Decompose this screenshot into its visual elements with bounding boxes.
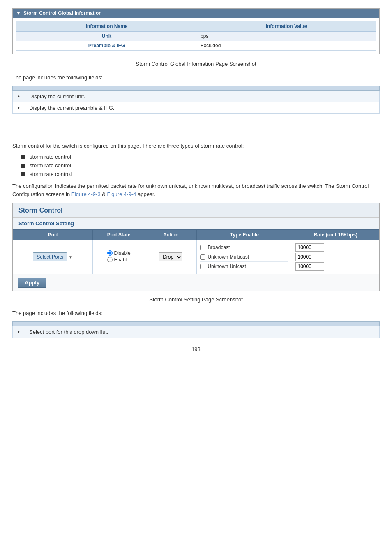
bullet-square-icon: [21, 164, 25, 168]
enable-radio-item[interactable]: Enable: [107, 257, 131, 263]
apply-button[interactable]: Apply: [18, 278, 46, 288]
storm-control-box: Storm Control Storm Control Setting Port…: [12, 203, 380, 291]
list-item: •Display the current unit.: [13, 90, 380, 102]
bullet-square-icon: [21, 172, 25, 176]
storm-col-header: Rate (unit:16Kbps): [292, 230, 379, 240]
bullet-item: storm rate control: [21, 154, 380, 160]
type-enable-row[interactable]: Unknown Multicast: [200, 252, 288, 262]
rate-input-2[interactable]: [295, 262, 324, 271]
bullet: •: [13, 326, 25, 338]
page-includes-1: The page includes the following fields:: [12, 74, 380, 82]
field-desc: Display the current unit.: [25, 90, 380, 102]
storm-intro: Storm control for the switch is configur…: [12, 142, 380, 150]
bullet-item: storm rate contro.l: [21, 171, 380, 177]
figure1-link[interactable]: Figure 4-9-3: [71, 191, 101, 197]
bullet-list: storm rate controlstorm rate controlstor…: [21, 154, 380, 177]
col1-header: Information Name: [16, 21, 197, 32]
storm-table-row: Select Ports ▼ Disable Enable: [13, 240, 379, 274]
bullet-text: storm rate contro.l: [30, 171, 73, 177]
port-state-cell: Disable Enable: [93, 240, 145, 274]
type-label: Broadcast: [208, 245, 230, 250]
f2-col2: [25, 321, 380, 326]
list-item: •Display the current preamble & IFG.: [13, 102, 380, 113]
f2-col1: [13, 321, 25, 326]
bullet-square-icon: [21, 155, 25, 159]
storm-col-header: Action: [145, 230, 197, 240]
enable-label: Enable: [114, 257, 129, 263]
type-label: Unknown Multicast: [208, 254, 249, 260]
bullet-text: storm rate control: [30, 162, 71, 169]
type-enable-row[interactable]: Unknown Unicast: [200, 262, 288, 271]
page-includes-2: The page includes the following fields:: [12, 309, 380, 317]
type-checkbox-2[interactable]: [200, 264, 205, 269]
f1-col2: [25, 86, 380, 90]
disable-label: Disable: [114, 250, 131, 256]
global-info-header: ▼ Storm Control Global Information: [13, 9, 379, 18]
page-number: 193: [12, 346, 380, 352]
list-item: •Select port for this drop down list.: [13, 326, 380, 338]
select-ports-button[interactable]: Select Ports: [33, 252, 67, 261]
storm-control-title: Storm Control: [13, 204, 379, 218]
row-value: bps: [197, 32, 376, 41]
collapse-icon[interactable]: ▼: [16, 10, 21, 16]
row-name: Preamble & IFG: [16, 41, 197, 51]
figure2-link[interactable]: Figure 4-9-4: [107, 191, 136, 197]
config-text: The configuration indicates the permitte…: [12, 182, 380, 198]
type-enable-row[interactable]: Broadcast: [200, 243, 288, 252]
fields-table-1: •Display the current unit.•Display the c…: [12, 86, 380, 114]
bullet: •: [13, 90, 25, 102]
global-info-title: Storm Control Global Information: [23, 10, 102, 16]
f1-col1: [13, 86, 25, 90]
type-checkbox-1[interactable]: [200, 254, 205, 260]
disable-radio-item[interactable]: Disable: [107, 250, 131, 256]
storm-table: PortPort StateActionType EnableRate (uni…: [13, 229, 379, 274]
global-info-box: ▼ Storm Control Global Information Infor…: [12, 8, 380, 54]
field-desc: Display the current preamble & IFG.: [25, 102, 380, 113]
field-desc: Select port for this drop down list.: [25, 326, 380, 338]
row-value: Excluded: [197, 41, 376, 51]
storm-col-header: Port: [13, 230, 93, 240]
bullet-text: storm rate control: [30, 154, 71, 160]
type-label: Unknown Unicast: [208, 264, 246, 269]
port-state-radio-group: Disable Enable: [107, 250, 131, 264]
port-cell: Select Ports ▼: [13, 240, 93, 274]
rate-input-1[interactable]: [295, 253, 324, 261]
rate-cell: [292, 240, 379, 274]
storm-setting-title: Storm Control Setting: [13, 218, 379, 229]
global-info-table: Information Name Information Value Unitb…: [16, 21, 376, 51]
storm-col-header: Port State: [93, 230, 145, 240]
dropdown-arrow-icon[interactable]: ▼: [69, 255, 73, 259]
type-enable-cell: BroadcastUnknown MulticastUnknown Unicas…: [197, 240, 292, 274]
setting-caption: Storm Control Setting Page Screenshot: [12, 296, 380, 303]
disable-radio[interactable]: [107, 250, 113, 256]
type-checkbox-0[interactable]: [200, 245, 205, 250]
table-row: Unitbps: [16, 32, 376, 41]
storm-col-header: Type Enable: [197, 230, 292, 240]
enable-radio[interactable]: [107, 257, 113, 262]
fields-table-2: •Select port for this drop down list.: [12, 321, 380, 338]
action-select[interactable]: Drop: [159, 252, 182, 261]
table-row: Preamble & IFGExcluded: [16, 41, 376, 51]
action-cell: Drop: [145, 240, 197, 274]
bullet: •: [13, 102, 25, 113]
global-caption: Storm Control Global Information Page Sc…: [12, 61, 380, 67]
bullet-item: storm rate control: [21, 162, 380, 169]
rate-input-0[interactable]: [295, 243, 324, 252]
col2-header: Information Value: [197, 21, 376, 32]
row-name: Unit: [16, 32, 197, 41]
